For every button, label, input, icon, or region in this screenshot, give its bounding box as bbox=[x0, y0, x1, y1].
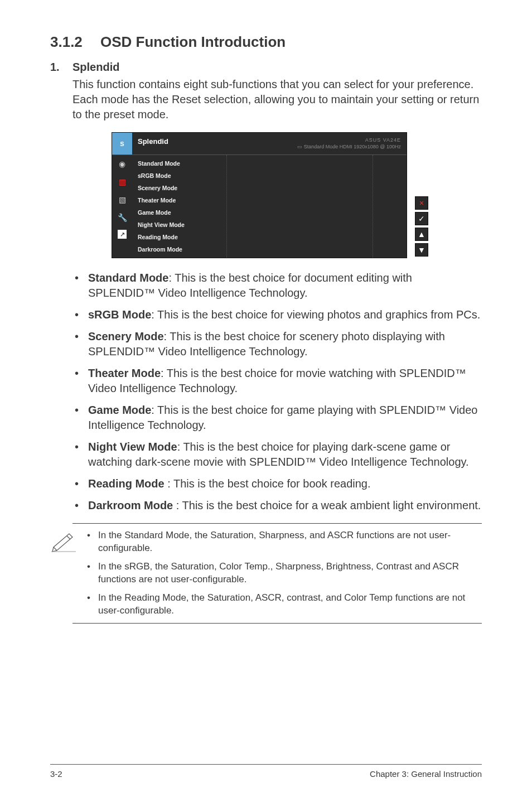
osd-title: Splendid bbox=[138, 137, 168, 146]
mode-item: Scenery Mode: This is the best choice fo… bbox=[72, 329, 482, 359]
mode-item: Reading Mode : This is the best choice f… bbox=[72, 476, 482, 491]
note-item: In the Standard Mode, the Saturation, Sh… bbox=[84, 529, 480, 555]
intro-paragraph: This function contains eight sub-functio… bbox=[72, 77, 482, 122]
list-item[interactable]: Game Mode bbox=[132, 206, 226, 219]
mode-desc: : This is the best choice for a weak amb… bbox=[173, 499, 481, 511]
mode-description-list: Standard Mode: This is the best choice f… bbox=[72, 270, 482, 513]
mode-item: Game Mode: This is the best choice for g… bbox=[72, 403, 482, 433]
mode-desc: : This is the best choice for book readi… bbox=[165, 477, 371, 490]
mode-item: Night View Mode: This is the best choice… bbox=[72, 439, 482, 470]
heading-number: 3.1.2 bbox=[50, 33, 100, 51]
osd-right-pane bbox=[373, 155, 407, 258]
list-item[interactable]: Theater Mode bbox=[132, 194, 226, 206]
list-item[interactable]: Scenery Mode bbox=[132, 182, 226, 194]
mode-name: Scenery Mode bbox=[88, 330, 164, 342]
mode-desc: : This is the best choice for viewing ph… bbox=[151, 308, 480, 321]
note-list: In the Standard Mode, the Saturation, Sh… bbox=[84, 529, 480, 617]
osd-mode-list: Standard Mode sRGB Mode Scenery Mode The… bbox=[132, 155, 227, 258]
up-button[interactable]: ▲ bbox=[415, 228, 428, 241]
pencil-note-icon bbox=[50, 529, 84, 617]
mode-name: Darkroom Mode bbox=[88, 499, 173, 511]
list-item[interactable]: sRGB Mode bbox=[132, 170, 226, 182]
osd-screenshot: S Splendid ASUS VA24E Standard Mode HDMI… bbox=[112, 132, 482, 258]
list-item[interactable]: Darkroom Mode bbox=[132, 243, 226, 255]
osd-sidebar: ◉ ▥ ▧ 🔧 ↗ bbox=[112, 155, 132, 258]
mode-item: Theater Mode: This is the best choice fo… bbox=[72, 366, 482, 396]
splendid-s-icon: S bbox=[112, 133, 132, 154]
item-number: 1. bbox=[50, 61, 72, 74]
osd-content-pane bbox=[227, 155, 373, 258]
numbered-item-1: 1. Splendid bbox=[50, 61, 482, 74]
item-label: Splendid bbox=[72, 61, 119, 74]
note-item: In the sRGB, the Saturation, Color Temp.… bbox=[84, 561, 480, 586]
osd-status: ASUS VA24E Standard Mode HDMI 1920x1080 … bbox=[297, 137, 401, 150]
section-heading: 3.1.2OSD Function Introduction bbox=[50, 33, 482, 51]
list-item[interactable]: Night View Mode bbox=[132, 219, 226, 231]
page-number: 3-2 bbox=[50, 769, 62, 779]
mode-name: sRGB Mode bbox=[88, 308, 151, 321]
osd-mode-line: Standard Mode HDMI 1920x1080 @ 100Hz bbox=[297, 144, 401, 151]
mode-name: Reading Mode bbox=[88, 477, 165, 490]
bars-icon[interactable]: ▥ bbox=[117, 176, 128, 187]
chapter-label: Chapter 3: General Instruction bbox=[370, 769, 482, 779]
mode-item: Darkroom Mode : This is the best choice … bbox=[72, 498, 482, 513]
mode-name: Night View Mode bbox=[88, 441, 177, 453]
confirm-button[interactable]: ✓ bbox=[415, 212, 428, 225]
wrench-icon[interactable]: 🔧 bbox=[117, 212, 128, 223]
eye-icon[interactable]: ◉ bbox=[117, 158, 128, 170]
mode-name: Theater Mode bbox=[88, 367, 161, 379]
list-item[interactable]: Reading Mode bbox=[132, 231, 226, 243]
osd-side-buttons: × ✓ ▲ ▼ bbox=[415, 132, 429, 258]
arrow-box-icon[interactable]: ↗ bbox=[118, 230, 127, 239]
osd-model: ASUS VA24E bbox=[297, 137, 401, 144]
down-button[interactable]: ▼ bbox=[415, 243, 428, 257]
page-footer: 3-2 Chapter 3: General Instruction bbox=[50, 764, 482, 779]
mode-item: Standard Mode: This is the best choice f… bbox=[72, 270, 482, 301]
heading-title: OSD Function Introduction bbox=[100, 33, 286, 50]
mode-name: Game Mode bbox=[88, 404, 151, 416]
mode-item: sRGB Mode: This is the best choice for v… bbox=[72, 307, 482, 322]
osd-header: S Splendid ASUS VA24E Standard Mode HDMI… bbox=[112, 133, 407, 155]
note-block: In the Standard Mode, the Saturation, Sh… bbox=[72, 523, 482, 624]
note-item: In the Reading Mode, the Saturation, ASC… bbox=[84, 592, 480, 617]
list-item[interactable]: Standard Mode bbox=[132, 157, 226, 170]
mode-name: Standard Mode bbox=[88, 272, 168, 284]
close-button[interactable]: × bbox=[415, 196, 428, 210]
osd-panel: S Splendid ASUS VA24E Standard Mode HDMI… bbox=[112, 132, 407, 258]
picture-icon[interactable]: ▧ bbox=[117, 194, 128, 205]
